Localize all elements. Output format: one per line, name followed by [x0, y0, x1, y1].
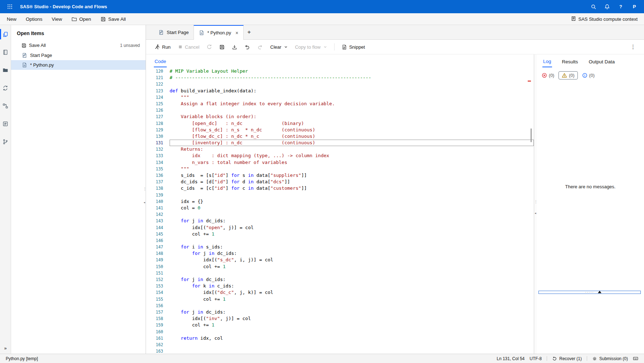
submission-button[interactable]: Submission (0) — [592, 356, 628, 361]
code-line[interactable]: 163 — [146, 348, 534, 354]
tab-start-page[interactable]: Start Page — [153, 25, 194, 39]
code-line[interactable]: 134 n_vars : total number of variables — [146, 159, 534, 166]
tab-python-file[interactable]: * Python.py × — [194, 25, 244, 40]
code-line[interactable]: 141 col = 0 — [146, 205, 534, 211]
copy-to-flow-button[interactable]: Copy to flow — [292, 43, 330, 52]
code-line[interactable]: 153 for k in c_ids: — [146, 283, 534, 289]
run-button[interactable]: Run — [151, 42, 174, 52]
help-icon[interactable]: ? — [615, 2, 626, 11]
code-line[interactable]: 162 — [146, 342, 534, 348]
info-filter[interactable]: (0) — [582, 73, 595, 78]
code-line[interactable]: 159 col += 1 — [146, 322, 534, 328]
code-line[interactable]: 161 return idx, col — [146, 335, 534, 342]
rail-flows-icon[interactable] — [0, 102, 11, 110]
tab-output-data[interactable]: Output Data — [588, 56, 616, 67]
code-line[interactable]: 150 col += 1 — [146, 263, 534, 270]
user-avatar[interactable]: P — [629, 2, 640, 11]
log-horizontal-splitter[interactable]: ····· — [538, 291, 641, 294]
code-line[interactable]: 130 [flow_dc_c] : n_dc * n_c (continuous… — [146, 133, 534, 140]
rail-open-items-icon[interactable] — [0, 30, 11, 38]
overflow-menu-icon[interactable]: ⋮ — [628, 44, 639, 50]
splitter-grip-icon[interactable]: ⋮ — [534, 200, 537, 204]
code-editor[interactable]: 120# MIP Variable Layout Helper121# ----… — [146, 68, 534, 354]
menu-save-all[interactable]: Save All — [96, 13, 131, 25]
code-line[interactable]: 140 idx = {} — [146, 198, 534, 205]
tab-results[interactable]: Results — [561, 56, 579, 67]
code-line[interactable]: 157 for j in dc_ids: — [146, 309, 534, 315]
code-line[interactable]: 135 """ — [146, 166, 534, 172]
panel-save-all-button[interactable]: Save All 1 unsaved — [11, 40, 146, 50]
save-program-button[interactable] — [216, 43, 228, 52]
snippet-button[interactable]: Snippet — [338, 43, 368, 52]
code-line[interactable]: 133 idx : dict mapping (type, ...) -> co… — [146, 153, 534, 159]
editor-vertical-scrollbar[interactable] — [531, 129, 532, 142]
code-line[interactable]: 125 Assign a flat integer index to every… — [146, 101, 534, 107]
code-line[interactable]: 132 Returns: — [146, 146, 534, 153]
code-line[interactable]: 131 [inventory] : n_dc (continuous) — [146, 140, 534, 146]
menu-options[interactable]: Options — [21, 13, 47, 25]
panel-resize-grip[interactable]: ⋮ — [143, 187, 146, 191]
cancel-button[interactable]: Cancel — [175, 43, 203, 52]
code-line[interactable]: 144 idx[("open", j)] = col — [146, 224, 534, 231]
export-button[interactable] — [229, 43, 240, 52]
code-line[interactable]: 128 [open_dc] : n_dc (binary) — [146, 120, 534, 127]
tab-log[interactable]: Log — [542, 55, 552, 67]
keyboard-shortcuts-icon[interactable] — [633, 356, 638, 361]
encoding-indicator[interactable]: UTF-8 — [530, 356, 542, 361]
code-line[interactable]: 136 s_ids = [s["id"] for s in data["supp… — [146, 172, 534, 179]
undo-button[interactable] — [241, 42, 253, 52]
code-line[interactable]: 123def build_variable_index(data): — [146, 88, 534, 94]
code-line[interactable]: 142 — [146, 211, 534, 218]
menu-new[interactable]: New — [2, 13, 21, 25]
code-line[interactable]: 147 for i in s_ids: — [146, 244, 534, 250]
rail-git-branch-icon[interactable] — [0, 137, 11, 146]
rail-steps-sync-icon[interactable] — [0, 84, 11, 92]
errors-filter[interactable]: (0) — [542, 73, 554, 78]
recover-button[interactable]: Recover (1) — [552, 356, 582, 361]
rail-files-folder-icon[interactable] — [0, 66, 11, 74]
code-line[interactable]: 127 Variable blocks (in order): — [146, 113, 534, 120]
code-line[interactable]: 154 idx[("dc_c", j, k)] = col — [146, 289, 534, 296]
code-line[interactable]: 146 — [146, 237, 534, 244]
code-line[interactable]: 138 c_ids = [c["id"] for c in data["cust… — [146, 185, 534, 192]
notifications-bell-icon[interactable] — [602, 2, 613, 11]
code-line[interactable]: 148 for j in dc_ids: — [146, 250, 534, 257]
warnings-filter[interactable]: (0) — [558, 71, 577, 79]
code-line[interactable]: 120# MIP Variable Layout Helper — [146, 68, 534, 74]
splitter-collapse-icon[interactable]: ◄ — [534, 212, 537, 214]
code-line[interactable]: 121# -----------------------------------… — [146, 74, 534, 81]
rail-notebook-icon[interactable] — [0, 48, 11, 56]
tab-code[interactable]: Code — [154, 55, 167, 67]
code-line[interactable]: 149 idx[("s_dc", i, j)] = col — [146, 257, 534, 263]
clear-button[interactable]: Clear — [267, 43, 291, 52]
code-line[interactable]: 155 col += 1 — [146, 296, 534, 302]
cursor-position[interactable]: Ln 131, Col 54 — [497, 356, 525, 361]
rail-expand-button[interactable]: » — [4, 345, 6, 351]
code-line[interactable]: 145 col += 1 — [146, 231, 534, 237]
submit-button[interactable] — [203, 42, 215, 52]
compute-context[interactable]: SAS Studio compute context — [571, 16, 642, 22]
code-line[interactable]: 137 dc_ids = [d["id"] for d in data["dcs… — [146, 179, 534, 185]
menu-open[interactable]: Open — [67, 13, 96, 25]
code-line[interactable]: 126 — [146, 107, 534, 113]
code-line[interactable]: 152 for j in dc_ids: — [146, 276, 534, 283]
code-line[interactable]: 122 — [146, 81, 534, 87]
search-icon[interactable] — [588, 2, 599, 11]
code-line[interactable]: 129 [flow_s_dc] : n_s * n_dc (continuous… — [146, 127, 534, 133]
rail-tasks-icon[interactable] — [0, 120, 11, 128]
open-item-python-file[interactable]: * Python.py — [11, 60, 146, 70]
close-tab-icon[interactable]: × — [235, 30, 238, 36]
code-line[interactable]: 143 for j in dc_ids: — [146, 218, 534, 224]
code-line[interactable]: 151 — [146, 270, 534, 276]
add-tab-button[interactable]: + — [244, 25, 254, 39]
open-item-start-page[interactable]: Start Page — [11, 50, 146, 60]
code-line[interactable]: 156 — [146, 302, 534, 309]
code-line[interactable]: 124 """ — [146, 94, 534, 101]
redo-button[interactable] — [254, 42, 266, 52]
app-switcher-icon[interactable] — [4, 2, 15, 11]
menu-view[interactable]: View — [47, 13, 67, 25]
code-line[interactable]: 158 idx[("inv", j)] = col — [146, 315, 534, 322]
code-line[interactable]: 139 — [146, 192, 534, 198]
panel-collapse-icon[interactable]: ◄ — [143, 201, 146, 204]
editor-log-splitter[interactable]: ⋮ ◄ — [534, 54, 537, 354]
